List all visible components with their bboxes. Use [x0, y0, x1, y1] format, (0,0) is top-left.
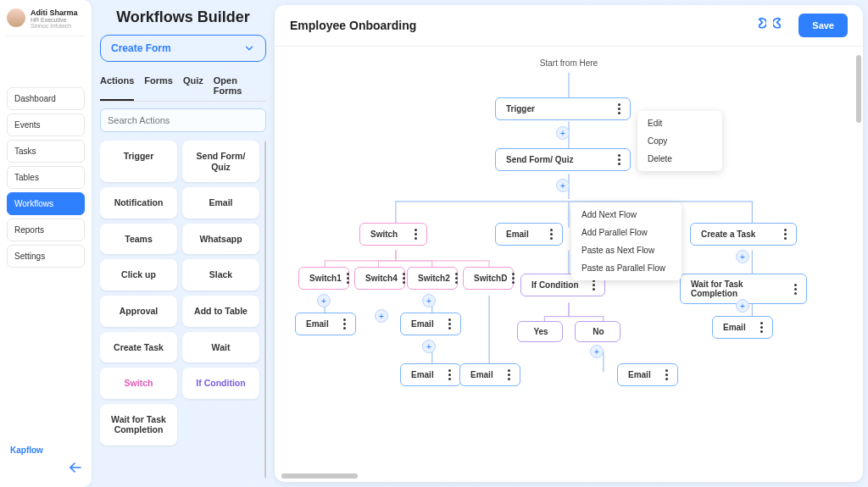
nav-tasks[interactable]: Tasks	[7, 140, 85, 163]
canvas-scrollbar-vertical[interactable]	[856, 55, 861, 123]
node-create-task[interactable]: Create a Task	[690, 223, 797, 246]
profile-name: Aditi Sharma	[31, 8, 78, 17]
node-menu-icon[interactable]	[347, 273, 349, 284]
add-flow-menu: Add Next Flow Add Parallel Flow Paste as…	[571, 202, 682, 280]
node-menu-icon[interactable]	[403, 273, 405, 284]
node-menu-icon[interactable]	[665, 369, 669, 380]
menu-item-copy[interactable]: Copy	[637, 132, 722, 150]
node-menu-icon[interactable]	[794, 284, 798, 295]
node-label: Create a Task	[701, 230, 755, 239]
menu-item-paste-parallel-flow[interactable]: Paste as Parallel Flow	[571, 259, 682, 277]
node-no[interactable]: No	[575, 321, 620, 342]
node-email[interactable]: Email	[495, 223, 563, 246]
tab-actions[interactable]: Actions	[100, 75, 134, 101]
node-menu-icon[interactable]	[455, 273, 458, 284]
node-menu-icon[interactable]	[448, 318, 452, 329]
redo-icon[interactable]	[773, 16, 792, 35]
node-yes[interactable]: Yes	[517, 321, 563, 342]
menu-item-paste-next-flow[interactable]: Paste as Next Flow	[571, 241, 682, 259]
action-click-up[interactable]: Click up	[100, 259, 177, 291]
add-node-button[interactable]: +	[736, 299, 749, 313]
node-menu-icon[interactable]	[512, 273, 515, 284]
node-menu-icon[interactable]	[448, 369, 452, 380]
add-node-button[interactable]: +	[556, 126, 570, 140]
node-switch2[interactable]: Switch2	[407, 267, 458, 290]
action-trigger[interactable]: Trigger	[100, 141, 177, 182]
node-email-sw2[interactable]: Email	[400, 313, 461, 335]
node-label: Email	[723, 323, 746, 332]
action-switch[interactable]: Switch	[100, 368, 177, 399]
tab-open-forms[interactable]: Open Forms	[214, 75, 266, 101]
action-teams[interactable]: Teams	[100, 224, 177, 255]
add-node-button[interactable]: +	[556, 179, 570, 192]
add-node-button[interactable]: +	[736, 250, 749, 263]
menu-item-delete[interactable]: Delete	[637, 150, 722, 168]
node-send-form-quiz[interactable]: Send Form/ Quiz	[495, 148, 631, 171]
menu-item-add-parallel-flow[interactable]: Add Parallel Flow	[571, 224, 682, 241]
node-menu-icon[interactable]	[618, 154, 621, 165]
menu-item-add-next-flow[interactable]: Add Next Flow	[571, 206, 682, 224]
node-label: If Condition	[531, 280, 579, 290]
workflow-canvas[interactable]: Start from Here Trigger + Send Form/ Qui…	[275, 47, 863, 482]
profile-block: Aditi Sharma HR Executive Sinnoc Infotec…	[7, 8, 85, 36]
action-slack[interactable]: Slack	[182, 259, 259, 291]
node-email-sw1[interactable]: Email	[295, 313, 356, 335]
canvas-scrollbar-horizontal[interactable]	[281, 473, 358, 479]
node-switch1[interactable]: Switch1	[298, 267, 349, 290]
add-node-button[interactable]: +	[590, 345, 604, 358]
action-create-task[interactable]: Create Task	[100, 332, 177, 363]
collapse-sidebar-icon[interactable]	[64, 458, 85, 479]
node-label: Email	[411, 370, 434, 379]
node-email-swd[interactable]: Email	[459, 363, 520, 386]
nav-workflows[interactable]: Workflows	[7, 192, 85, 215]
create-form-dropdown[interactable]: Create Form	[100, 35, 266, 62]
nav-events[interactable]: Events	[7, 113, 85, 136]
node-menu-icon[interactable]	[760, 322, 764, 333]
action-notification[interactable]: Notification	[100, 187, 177, 219]
node-email-no[interactable]: Email	[617, 363, 678, 386]
node-email-sw2b[interactable]: Email	[400, 363, 461, 386]
tab-quiz[interactable]: Quiz	[183, 75, 203, 101]
node-menu-icon[interactable]	[508, 369, 511, 380]
node-menu-icon[interactable]	[343, 318, 347, 329]
avatar	[7, 8, 25, 27]
action-email[interactable]: Email	[182, 187, 259, 219]
node-trigger[interactable]: Trigger	[495, 97, 631, 120]
menu-item-edit[interactable]: Edit	[637, 114, 722, 132]
node-label: Switch2	[418, 274, 450, 283]
node-label: Send Form/ Quiz	[506, 155, 573, 164]
node-switchd[interactable]: SwitchD	[463, 267, 514, 290]
action-whatsapp[interactable]: Whatsapp	[182, 224, 259, 255]
node-menu-icon[interactable]	[618, 103, 621, 114]
nav-dashboard[interactable]: Dashboard	[7, 87, 85, 110]
save-button[interactable]: Save	[798, 14, 848, 37]
add-node-button[interactable]: +	[422, 294, 436, 307]
action-if-condition[interactable]: If Condition	[182, 368, 259, 399]
action-wait[interactable]: Wait	[182, 332, 259, 363]
action-send-form-quiz[interactable]: Send Form/ Quiz	[182, 141, 259, 182]
search-actions-input[interactable]	[100, 108, 266, 132]
action-approval[interactable]: Approval	[100, 296, 177, 327]
node-menu-icon[interactable]	[784, 229, 787, 240]
node-switch4[interactable]: Switch4	[354, 267, 405, 290]
node-menu-icon[interactable]	[593, 279, 596, 291]
nav-settings[interactable]: Settings	[7, 245, 85, 268]
nav-reports[interactable]: Reports	[7, 219, 85, 241]
add-node-button[interactable]: +	[317, 294, 331, 307]
node-menu-icon[interactable]	[550, 229, 554, 240]
add-node-button[interactable]: +	[375, 309, 388, 323]
node-switch[interactable]: Switch	[359, 223, 427, 246]
add-node-button[interactable]: +	[422, 340, 436, 353]
nav-tables[interactable]: Tables	[7, 166, 85, 189]
node-email-task[interactable]: Email	[712, 316, 773, 339]
undo-icon[interactable]	[748, 16, 766, 35]
actions-scrollbar[interactable]	[264, 141, 266, 479]
node-label: Email	[411, 319, 434, 329]
builder-title: Workflows Builder	[100, 8, 266, 26]
tab-forms[interactable]: Forms	[144, 75, 173, 101]
action-add-to-table[interactable]: Add to Table	[182, 296, 259, 327]
actions-grid: Trigger Send Form/ Quiz Notification Ema…	[100, 141, 266, 445]
node-label: Wait for Task Completion	[691, 279, 789, 298]
node-menu-icon[interactable]	[415, 229, 418, 240]
action-wait-task-completion[interactable]: Wait for Task Completion	[100, 404, 177, 445]
